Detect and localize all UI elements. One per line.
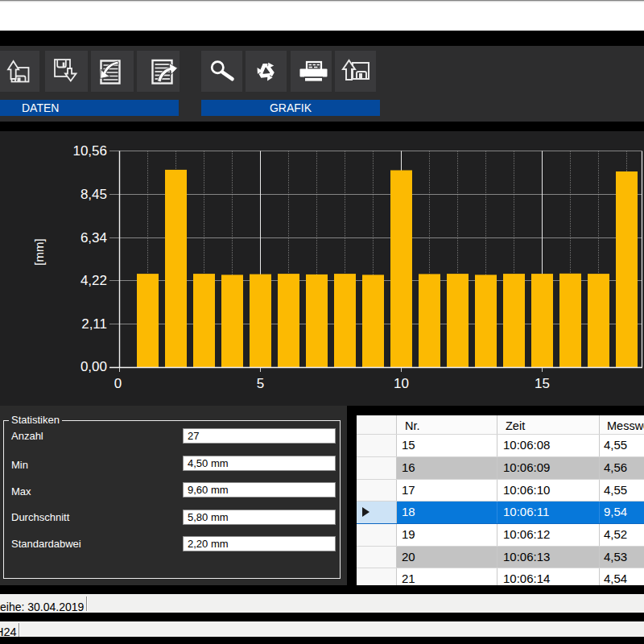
svg-text:10: 10 <box>394 376 409 391</box>
svg-text:[mm]: [mm] <box>32 238 46 265</box>
svg-text:8,45: 8,45 <box>80 187 107 202</box>
svg-text:15: 15 <box>535 376 550 391</box>
svg-text:2,11: 2,11 <box>81 316 107 332</box>
svg-text:0,00: 0,00 <box>80 359 107 374</box>
svg-text:4,22: 4,22 <box>80 273 107 288</box>
svg-text:10,56: 10,56 <box>72 143 107 159</box>
svg-text:0: 0 <box>114 376 122 391</box>
svg-text:5: 5 <box>257 376 264 391</box>
svg-text:6,34: 6,34 <box>80 230 107 246</box>
